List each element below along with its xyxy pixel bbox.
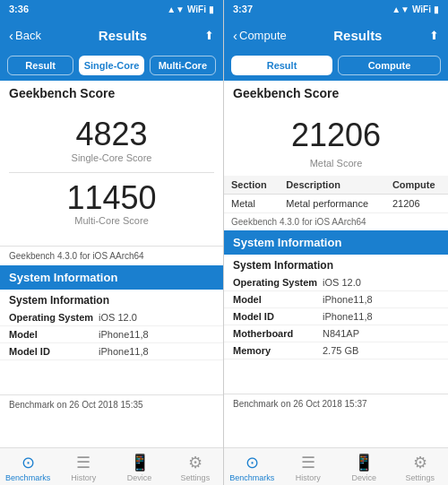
- left-multi-core-label: Multi-Core Score: [9, 215, 214, 226]
- left-single-core-label: Single-Core Score: [9, 152, 214, 163]
- right-table-header-row: Section Description Compute: [224, 176, 448, 195]
- right-nav-history-label: History: [296, 473, 321, 482]
- left-single-core-score: 4823: [9, 117, 214, 152]
- left-top-tabs: Result Single-Core Multi-Core: [0, 52, 223, 81]
- left-nav-benchmarks-label: Benchmarks: [5, 473, 50, 482]
- right-geekbench-header: Geekbench Score: [224, 81, 448, 106]
- right-tab-result[interactable]: Result: [231, 56, 332, 75]
- right-settings-icon: ⚙: [413, 453, 427, 472]
- right-footer: Benchmark on 26 Oct 2018 15:37: [224, 394, 448, 413]
- left-system-info-title: System Information: [0, 290, 223, 309]
- right-version-info: Geekbench 4.3.0 for iOS AArch64: [224, 213, 448, 230]
- row0-description: Metal performance: [279, 195, 385, 213]
- left-nav-history[interactable]: ☰ History: [56, 448, 111, 485]
- right-back-button[interactable]: ‹ Compute: [233, 28, 287, 43]
- left-share-icon[interactable]: ⬆: [204, 29, 214, 42]
- signal-icon: ▲▼: [167, 4, 185, 14]
- left-nav-settings-label: Settings: [181, 473, 211, 482]
- right-info-val-model: iPhone11,8: [323, 294, 373, 305]
- right-nav-benchmarks[interactable]: ⊙ Benchmarks: [224, 448, 280, 485]
- left-panel: 3:36 ▲▼ WiFi ▮ ‹ Back Results ⬆ Result S…: [0, 0, 224, 485]
- history-icon: ☰: [76, 453, 90, 472]
- right-info-key-memory: Memory: [233, 345, 323, 356]
- battery-icon: ▮: [209, 4, 214, 14]
- left-version-info: Geekbench 4.3.0 for iOS AArch64: [0, 247, 223, 265]
- left-nav-bar: ‹ Back Results ⬆: [0, 18, 223, 52]
- left-tab-result[interactable]: Result: [7, 56, 73, 75]
- right-back-label: Compute: [239, 29, 287, 42]
- right-info-row-model: Model iPhone11,8: [224, 291, 448, 308]
- left-tab-multi-core[interactable]: Multi-Core: [150, 56, 216, 75]
- right-nav-device[interactable]: 📱 Device: [336, 448, 392, 485]
- right-nav-history[interactable]: ☰ History: [280, 448, 337, 485]
- right-info-val-modelid: iPhone11,8: [323, 311, 373, 322]
- right-top-tabs: Result Compute: [224, 52, 448, 81]
- right-info-row-memory: Memory 2.75 GB: [224, 342, 448, 359]
- left-nav-settings[interactable]: ⚙ Settings: [168, 448, 223, 485]
- wifi-icon: WiFi: [187, 4, 206, 14]
- left-geekbench-header: Geekbench Score: [0, 81, 223, 106]
- benchmarks-icon: ⊙: [22, 453, 35, 472]
- right-info-row-motherboard: Motherboard N841AP: [224, 325, 448, 342]
- left-nav-device[interactable]: 📱 Device: [112, 448, 168, 485]
- left-chevron-icon: ‹: [9, 28, 13, 43]
- right-info-val-os: iOS 12.0: [323, 277, 361, 288]
- right-info-row-modelid: Model ID iPhone11,8: [224, 308, 448, 325]
- left-nav-history-label: History: [71, 473, 96, 482]
- right-chevron-icon: ‹: [233, 28, 237, 43]
- right-metal-label: Metal Score: [224, 158, 448, 176]
- right-table-row-0: Metal Metal performance 21206: [224, 195, 448, 213]
- left-nav-benchmarks[interactable]: ⊙ Benchmarks: [0, 448, 56, 485]
- right-info-val-memory: 2.75 GB: [323, 345, 358, 356]
- col-section: Section: [224, 176, 279, 195]
- right-metal-score: 21206: [224, 106, 448, 158]
- right-share-icon[interactable]: ⬆: [429, 29, 439, 42]
- left-multi-core-block: 11450 Multi-Core Score: [9, 180, 214, 227]
- right-signal-icon: ▲▼: [392, 4, 409, 14]
- right-device-icon: 📱: [354, 453, 374, 472]
- right-bottom-nav: ⊙ Benchmarks ☰ History 📱 Device ⚙ Settin…: [224, 447, 448, 485]
- right-info-key-motherboard: Motherboard: [233, 328, 323, 339]
- right-benchmarks-icon: ⊙: [246, 453, 259, 472]
- right-metal-score-block: 21206 Metal Score: [224, 106, 448, 176]
- right-nav-device-label: Device: [351, 473, 376, 482]
- left-time: 3:36: [9, 4, 29, 14]
- left-back-button[interactable]: ‹ Back: [9, 28, 41, 43]
- left-multi-core-score: 11450: [9, 180, 214, 216]
- left-single-core-block: 4823 Single-Core Score: [9, 117, 214, 163]
- left-info-key-modelid: Model ID: [9, 346, 99, 357]
- right-status-icons: ▲▼ WiFi ▮: [392, 4, 439, 14]
- right-info-val-motherboard: N841AP: [323, 328, 359, 339]
- right-status-bar: 3:37 ▲▼ WiFi ▮: [224, 0, 448, 18]
- right-info-key-os: Operating System: [233, 277, 323, 288]
- left-info-key-os: Operating System: [9, 312, 99, 323]
- right-time: 3:37: [233, 4, 253, 14]
- row0-section: Metal: [224, 195, 279, 213]
- left-info-rows: Operating System iOS 12.0 Model iPhone11…: [0, 309, 223, 360]
- left-footer: Benchmark on 26 Oct 2018 15:35: [0, 394, 223, 414]
- left-nav-device-label: Device: [127, 473, 152, 482]
- settings-icon: ⚙: [188, 453, 202, 472]
- left-info-row-model: Model iPhone11,8: [0, 326, 223, 343]
- left-nav-title: Results: [99, 28, 147, 43]
- left-back-label: Back: [15, 29, 41, 42]
- right-info-row-os: Operating System iOS 12.0: [224, 274, 448, 291]
- device-icon: 📱: [130, 453, 150, 472]
- right-nav-bar: ‹ Compute Results ⬆: [224, 18, 448, 52]
- right-table-section: Section Description Compute Metal Metal …: [224, 176, 448, 230]
- right-info-key-modelid: Model ID: [233, 311, 323, 322]
- right-nav-settings[interactable]: ⚙ Settings: [392, 448, 449, 485]
- left-info-val-model: iPhone11,8: [99, 329, 149, 340]
- row0-compute: 21206: [385, 195, 448, 213]
- col-description: Description: [279, 176, 385, 195]
- right-tab-compute[interactable]: Compute: [338, 56, 441, 75]
- left-tab-single-core[interactable]: Single-Core: [79, 56, 143, 75]
- right-nav-title: Results: [333, 28, 382, 43]
- right-data-table: Section Description Compute Metal Metal …: [224, 176, 448, 213]
- left-scores: 4823 Single-Core Score 11450 Multi-Core …: [0, 106, 223, 246]
- right-nav-benchmarks-label: Benchmarks: [229, 473, 274, 482]
- right-info-key-model: Model: [233, 294, 323, 305]
- left-info-key-model: Model: [9, 329, 99, 340]
- left-info-val-modelid: iPhone11,8: [99, 346, 149, 357]
- left-system-info-header: System Information: [0, 265, 223, 290]
